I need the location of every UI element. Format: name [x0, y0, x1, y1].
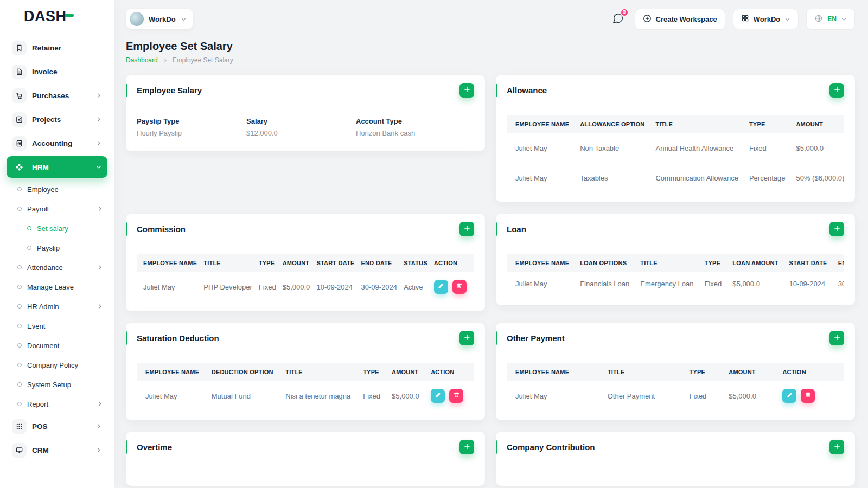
- sidebar-item-pos[interactable]: POS: [7, 415, 107, 437]
- card-header: Other Payment: [496, 323, 855, 354]
- table-cell: Communication Allowance: [650, 163, 743, 193]
- breadcrumb-dashboard-link[interactable]: Dashboard: [126, 56, 158, 64]
- card-header: Commission: [126, 214, 485, 245]
- bullet-icon: [17, 265, 22, 269]
- sidebar-item-crm[interactable]: CRM: [7, 439, 107, 461]
- column-header: TYPE: [744, 115, 791, 133]
- plus-icon: [463, 224, 471, 234]
- plus-icon: [833, 333, 841, 343]
- bullet-icon: [17, 304, 22, 309]
- column-header: TYPE: [256, 254, 279, 272]
- add-company-contribution-button[interactable]: [829, 440, 844, 454]
- column-header: END DATE: [833, 254, 844, 272]
- sidebar-item-projects[interactable]: Projects: [7, 108, 107, 130]
- add-employee-salary-button[interactable]: [459, 83, 474, 98]
- saturation-deduction-table-wrap: EMPLOYEE NAMEDEDUCTION OPTIONTITLETYPEAM…: [137, 363, 474, 410]
- sidebar-item-retainer[interactable]: Retainer: [7, 37, 107, 59]
- sidebar-item-label: Set salary: [37, 224, 68, 233]
- messages-button[interactable]: 0: [609, 10, 627, 28]
- main-area: WorkDo 0 Create Workspace: [114, 0, 868, 488]
- chevron-right-icon: [95, 92, 102, 99]
- plus-icon: [833, 224, 841, 234]
- chevron-right-icon: [97, 264, 103, 271]
- table-cell: Other Payment: [602, 381, 684, 410]
- sidebar-item-manage-leave[interactable]: Manage Leave: [13, 278, 107, 296]
- chevron-down-icon: [784, 16, 790, 22]
- sidebar-item-document[interactable]: Document: [13, 336, 107, 355]
- table-cell: Fixed: [699, 272, 727, 296]
- sidebar-item-employee[interactable]: Employee: [13, 180, 107, 198]
- table-row: Juliet MayNon TaxableAnnual Health Allow…: [507, 133, 844, 163]
- purchases-icon: [12, 88, 27, 103]
- salary-field-payslip-type: Payslip Type Hourly Payslip: [137, 117, 246, 137]
- sidebar-item-payslip[interactable]: Payslip: [23, 239, 107, 257]
- sidebar-item-accounting[interactable]: Accounting: [7, 132, 107, 154]
- column-header: EMPLOYEE NAME: [507, 254, 575, 272]
- add-overtime-button[interactable]: [459, 440, 474, 454]
- commission-table-wrap: EMPLOYEE NAMETITLETYPEAMOUNTSTART DATEEN…: [137, 254, 474, 301]
- sidebar-item-label: POS: [32, 422, 48, 431]
- delete-button[interactable]: [452, 280, 467, 294]
- workdo-menu-button[interactable]: WorkDo: [733, 9, 799, 29]
- column-header: LOAN OPTIONS: [575, 254, 635, 272]
- sidebar-item-report[interactable]: Report: [13, 395, 107, 413]
- loan-table: EMPLOYEE NAMELOAN OPTIONSTITLETYPELOAN A…: [507, 254, 844, 296]
- add-commission-button[interactable]: [459, 222, 474, 236]
- card-title: Allowance: [507, 86, 547, 95]
- sidebar-item-label: Payroll: [27, 205, 49, 213]
- actions-cell: [425, 381, 474, 410]
- sidebar-item-company-policy[interactable]: Company Policy: [13, 356, 107, 374]
- delete-button[interactable]: [801, 389, 815, 403]
- sidebar-item-event[interactable]: Event: [13, 317, 107, 335]
- table-cell: $5,000.0: [279, 272, 314, 301]
- table-cell: Juliet May: [137, 272, 200, 301]
- card-title: Commission: [137, 224, 186, 234]
- chevron-right-icon: [97, 206, 103, 212]
- chat-icon: [612, 18, 624, 26]
- company-contribution-card: Company Contribution: [496, 432, 855, 486]
- pencil-icon: [435, 391, 442, 400]
- table-cell: Fixed: [358, 381, 386, 410]
- sidebar-item-system-setup[interactable]: System Setup: [13, 375, 107, 394]
- create-workspace-button[interactable]: Create Workspace: [635, 9, 725, 30]
- workspace-switcher[interactable]: WorkDo: [126, 9, 193, 29]
- commission-card: Commission EMPLOYEE NAMETITLETYPEAMOUNTS…: [126, 214, 485, 311]
- add-loan-button[interactable]: [829, 222, 844, 236]
- sidebar-item-label: Invoice: [32, 68, 58, 76]
- column-header: EMPLOYEE NAME: [507, 363, 602, 381]
- sidebar-item-purchases[interactable]: Purchases: [7, 85, 107, 106]
- sidebar: DASH RetainerInvoicePurchasesProjectsAcc…: [0, 0, 114, 488]
- card-header: Employee Salary: [126, 75, 485, 106]
- sidebar-item-invoice[interactable]: Invoice: [7, 61, 107, 82]
- column-header: ALLOWANCE OPTION: [575, 115, 650, 133]
- sidebar-item-payroll[interactable]: Payroll: [13, 200, 107, 218]
- saturation-deduction-table: EMPLOYEE NAMEDEDUCTION OPTIONTITLETYPEAM…: [137, 363, 474, 410]
- table-cell: Emergency Loan: [635, 272, 699, 296]
- sidebar-item-hrm[interactable]: HRM: [7, 156, 107, 178]
- table-cell: 50% ($6,000.0): [790, 163, 844, 193]
- sidebar-item-attendance[interactable]: Attendance: [13, 258, 107, 277]
- language-selector[interactable]: EN: [806, 9, 855, 30]
- app-logo[interactable]: DASH: [0, 0, 114, 33]
- sidebar-item-label: HR Admin: [27, 303, 59, 311]
- add-other-payment-button[interactable]: [829, 331, 844, 345]
- chevron-right-icon: [95, 423, 102, 429]
- sidebar-item-label: Employee: [27, 185, 59, 194]
- edit-button[interactable]: [434, 280, 448, 294]
- sidebar-item-hr-admin[interactable]: HR Admin: [13, 297, 107, 316]
- edit-button[interactable]: [782, 389, 796, 403]
- bullet-icon: [17, 285, 22, 289]
- other-payment-table: EMPLOYEE NAMETITLETYPEAMOUNTACTIONJuliet…: [507, 363, 844, 410]
- sidebar-item-label: Manage Leave: [27, 283, 74, 291]
- column-header: EMPLOYEE NAME: [507, 115, 575, 133]
- add-allowance-button[interactable]: [829, 83, 844, 98]
- bullet-icon: [17, 207, 22, 211]
- actions-cell: [431, 272, 474, 301]
- add-saturation-deduction-button[interactable]: [459, 331, 474, 345]
- sidebar-item-label: HRM: [32, 163, 49, 171]
- edit-button[interactable]: [431, 389, 445, 403]
- bullet-icon: [27, 226, 31, 230]
- delete-button[interactable]: [449, 389, 463, 403]
- sidebar-item-set-salary[interactable]: Set salary: [23, 219, 107, 237]
- table-cell: Fixed: [684, 381, 724, 410]
